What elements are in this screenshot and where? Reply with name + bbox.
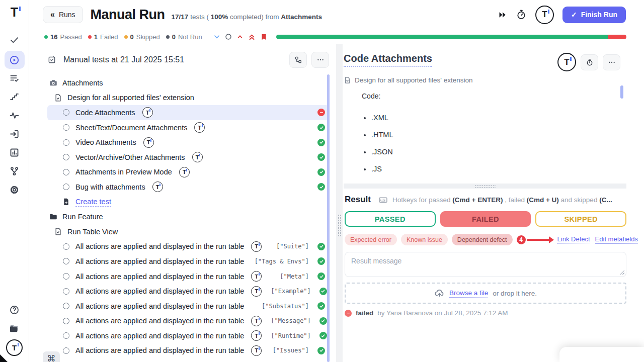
tree-item-label: All actions are applied and displayed in… — [75, 317, 244, 325]
test-circle-icon — [61, 184, 71, 190]
checklist-icon — [47, 55, 56, 64]
test-tag: ["Substatus"] — [262, 303, 309, 310]
automated-test-icon: T — [251, 286, 262, 297]
chevrons-left-icon: « — [50, 10, 55, 19]
test-circle-icon — [61, 109, 71, 116]
result-message-input[interactable] — [345, 252, 626, 277]
tree-item-test[interactable]: Video AttachmentsT — [47, 135, 329, 150]
fast-forward-icon[interactable] — [498, 10, 507, 20]
finish-run-button[interactable]: ✓ Finish Run — [562, 7, 626, 23]
passed-status-icon — [317, 347, 325, 354]
logo-circle-icon[interactable]: T — [6, 339, 23, 356]
skipped-button[interactable]: SKIPPED — [535, 211, 626, 227]
tree-item-test[interactable]: Attachments in Preview ModeT — [47, 165, 329, 180]
app-logo[interactable]: T — [11, 3, 18, 21]
branch-icon[interactable] — [5, 163, 25, 179]
tree-item-test[interactable]: All actions are applied and displayed in… — [47, 269, 329, 284]
tree-item-test[interactable]: Sheet/Text/Document AttachmentsT — [47, 120, 329, 135]
tree-title: Manual tests at 21 Jul 2025 15:51 — [63, 55, 184, 64]
test-tag: ["Message"] — [271, 317, 310, 324]
chevron-down-icon[interactable] — [213, 33, 220, 40]
projects-folder-icon[interactable] — [5, 321, 25, 336]
passed-status-icon — [317, 124, 325, 131]
keyboard-icon — [378, 195, 388, 205]
import-icon[interactable] — [5, 126, 25, 142]
tests-word: tests ( — [190, 13, 209, 21]
avatar-logo[interactable]: T — [535, 6, 554, 24]
tree-item-test[interactable]: All actions are applied and displayed in… — [47, 299, 329, 314]
chart-box-icon[interactable] — [5, 145, 25, 160]
back-to-runs-button[interactable]: « Runs — [43, 6, 83, 23]
tag-known-issue[interactable]: Known issue — [401, 234, 448, 245]
link-defect-link[interactable]: Link Defect — [557, 235, 590, 244]
tag-expected-error[interactable]: Expected error — [345, 234, 397, 245]
failed-status-icon — [345, 310, 352, 317]
ellipsis-icon[interactable] — [311, 52, 329, 68]
tree-item-test[interactable]: Code AttachmentsT — [47, 105, 329, 120]
tree-item-label: Attachments — [62, 79, 103, 87]
logo-circle-icon[interactable]: T — [557, 53, 576, 71]
tree-scrollbar[interactable] — [327, 74, 330, 362]
result-section: Result Hotkeys for passed (Cmd + ENTER) … — [344, 189, 644, 317]
ellipsis-icon[interactable] — [603, 54, 620, 70]
main-area: « Runs Manual Run 17/17 tests ( 100% com… — [29, 0, 644, 362]
file-icon — [53, 94, 63, 102]
automated-test-icon: T — [251, 241, 262, 252]
automated-test-icon: T — [143, 137, 154, 148]
test-tag: ["Runtime"] — [271, 332, 310, 339]
chevron-up-icon[interactable] — [236, 33, 244, 40]
passed-button[interactable]: PASSED — [345, 211, 436, 227]
stopwatch-icon[interactable] — [516, 9, 527, 20]
pulse-icon[interactable] — [5, 108, 25, 123]
steps-icon[interactable] — [5, 89, 25, 105]
automated-test-icon: T — [152, 182, 163, 192]
status-details: by Yana Baranova on Jul 28, 2025 7:12 AM — [377, 309, 508, 317]
edit-metafields-link[interactable]: Edit metafields — [595, 235, 638, 244]
tree-item-test[interactable]: All actions are applied and displayed in… — [47, 328, 329, 343]
list-check-icon[interactable] — [5, 70, 25, 86]
tree-item[interactable]: Attachments — [47, 75, 329, 90]
detail-scrollbar[interactable] — [620, 85, 623, 99]
finish-run-label: Finish Run — [581, 11, 617, 19]
gear-icon[interactable] — [5, 182, 25, 198]
failed-button[interactable]: FAILED — [440, 211, 531, 227]
tree-item-test[interactable]: Vector/Archive/Other AttachmentsT — [47, 150, 329, 165]
test-circle-icon — [61, 154, 71, 160]
browse-file-link[interactable]: Browse a file — [449, 289, 488, 298]
tag-dependent-defect[interactable]: Dependent defect — [452, 234, 513, 245]
tree-item-test[interactable]: All actions are applied and displayed in… — [47, 343, 329, 358]
double-chevron-up-icon[interactable] — [248, 33, 256, 41]
detail-title[interactable]: Code Attachments — [344, 53, 432, 67]
list-item: .XML — [371, 114, 644, 122]
tree-item-label: All actions are applied and displayed in… — [75, 242, 244, 250]
test-tag: ["Suite"] — [276, 243, 309, 250]
passed-status-icon — [317, 273, 325, 280]
tree-item[interactable]: Run Feature — [47, 209, 329, 224]
circle-icon[interactable] — [225, 33, 232, 40]
tree-item[interactable]: Create test — [47, 195, 329, 210]
tree-item[interactable]: Run Table View — [47, 224, 329, 239]
passed-status-icon — [319, 317, 327, 325]
tree-item-test[interactable]: All actions are applied and displayed in… — [47, 314, 329, 329]
check-icon[interactable] — [5, 32, 25, 48]
app-root: T T « Runs Manual Run 17/17 tests ( — [0, 0, 644, 362]
automated-test-icon: T — [179, 167, 190, 177]
tree-item-test[interactable]: All actions are applied and displayed in… — [47, 239, 329, 254]
stopwatch-icon[interactable] — [581, 54, 598, 70]
tree-item-test[interactable]: Bug with attachmentsT — [47, 179, 329, 195]
failed-status-icon — [317, 109, 325, 116]
test-circle-icon — [61, 124, 71, 131]
file-icon — [53, 227, 63, 236]
result-splitter-horizontal[interactable] — [344, 184, 626, 189]
tree-view-icon[interactable] — [289, 52, 307, 68]
content-split: Manual tests at 21 Jul 2025 15:51 Attach… — [29, 44, 644, 362]
bookmark-icon[interactable] — [260, 33, 268, 41]
passed-status-icon — [317, 257, 325, 265]
help-icon[interactable] — [5, 302, 25, 318]
file-dropzone[interactable]: Browse a file or drop it here. — [345, 283, 626, 304]
tree-item-test[interactable]: All actions are applied and displayed in… — [47, 254, 329, 269]
panel-splitter-vertical[interactable] — [336, 44, 343, 362]
tree-item[interactable]: Design for all supported files' extensio… — [47, 90, 329, 106]
tree-item-test[interactable]: All actions are applied and displayed in… — [47, 284, 329, 299]
play-circle-icon[interactable] — [5, 51, 25, 69]
